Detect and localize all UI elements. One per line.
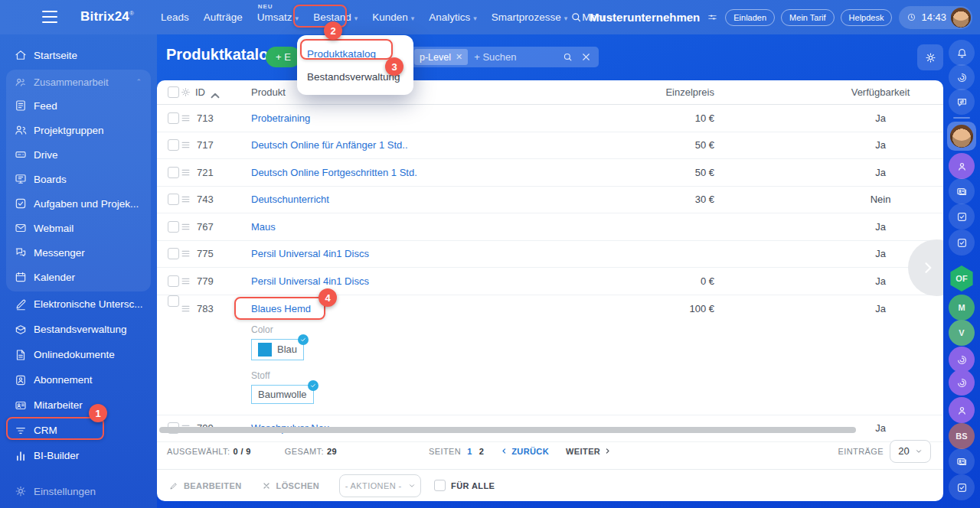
next-page-button[interactable]: WEITER xyxy=(566,447,611,456)
column-id[interactable]: ID xyxy=(195,86,241,98)
product-link[interactable]: Blaues Hemd xyxy=(251,303,311,314)
entries-select[interactable]: 20 xyxy=(890,440,931,463)
sidebar-item-feed[interactable]: Feed xyxy=(6,93,151,118)
row-checkbox[interactable] xyxy=(168,167,179,178)
sidebar-item-kalender[interactable]: Kalender xyxy=(6,265,151,289)
filter-chip[interactable]: p-Level ✕ xyxy=(414,49,468,65)
row-checkbox[interactable] xyxy=(168,248,179,259)
pill-mein-tarif[interactable]: Mein Tarif xyxy=(781,9,834,26)
sidebar-item-mitarbeiter[interactable]: Mitarbeiter xyxy=(0,392,157,418)
row-drag-handle-icon[interactable] xyxy=(180,295,195,314)
strip-copilot-icon[interactable] xyxy=(949,370,975,396)
clear-search-icon[interactable] xyxy=(580,51,592,63)
column-settings-gear-icon[interactable] xyxy=(180,86,195,98)
property-chip[interactable]: Blau xyxy=(251,339,304,360)
sidebar-item-projektgruppen[interactable]: Projektgruppen xyxy=(6,118,151,142)
row-checkbox[interactable] xyxy=(168,139,179,151)
product-link[interactable]: Persil Universal 4in1 Discs xyxy=(251,248,369,259)
product-link[interactable]: Maus xyxy=(251,221,276,233)
worktime-widget[interactable]: 14:43 xyxy=(899,6,972,29)
company-settings-icon[interactable] xyxy=(707,11,718,23)
topbar-tab-umsatz[interactable]: NEUUmsatz▾ xyxy=(257,11,299,23)
select-all-checkbox[interactable] xyxy=(168,86,179,98)
row-drag-handle-icon[interactable] xyxy=(180,275,195,287)
sidebar-item-drive[interactable]: Drive xyxy=(6,142,151,167)
sidebar-group-header[interactable]: Zusammenarbeit ⌃ xyxy=(6,70,151,93)
for-all-toggle[interactable]: FÜR ALLE xyxy=(434,480,495,491)
strip-chatarrows-icon[interactable] xyxy=(949,89,975,115)
search-icon[interactable] xyxy=(570,11,583,24)
product-link[interactable]: Deutschunterricht xyxy=(251,194,329,205)
strip-task-icon[interactable] xyxy=(949,204,975,230)
product-link[interactable]: Deutsch Online Fortgeschritten 1 Std. xyxy=(251,167,417,178)
property-chip[interactable]: Baumwolle xyxy=(251,385,314,404)
sidebar-item-messenger[interactable]: Messenger xyxy=(6,240,151,265)
row-drag-handle-icon[interactable] xyxy=(180,167,195,178)
strip-user-avatar[interactable] xyxy=(947,122,976,151)
strip-person-icon[interactable] xyxy=(949,153,975,179)
row-drag-handle-icon[interactable] xyxy=(180,248,195,259)
topbar-tab-analytics[interactable]: Analytics▾ xyxy=(429,11,477,23)
pill-helpdesk[interactable]: Helpdesk xyxy=(841,9,893,26)
strip-task-icon[interactable] xyxy=(949,230,975,256)
hamburger-menu-icon[interactable] xyxy=(42,11,57,23)
row-drag-handle-icon[interactable] xyxy=(180,112,195,124)
row-checkbox[interactable] xyxy=(168,295,179,307)
user-avatar[interactable] xyxy=(951,8,971,28)
strip-copilot-icon[interactable] xyxy=(949,64,975,90)
sidebar-item-webmail[interactable]: Webmail xyxy=(6,216,151,240)
strip-task-icon[interactable] xyxy=(949,474,975,500)
chip-remove-icon[interactable]: ✕ xyxy=(456,52,462,62)
pill-einladen[interactable]: Einladen xyxy=(725,9,775,26)
grid-settings-button[interactable] xyxy=(917,44,943,70)
sidebar-item-einstellungen[interactable]: Einstellungen xyxy=(0,479,157,503)
sidebar-item-elektronische-untersc-[interactable]: Elektronische Untersc... xyxy=(0,291,157,317)
strip-card-icon[interactable] xyxy=(949,178,975,204)
prev-page-button[interactable]: ZURÜCK xyxy=(501,447,549,456)
sidebar-item-crm[interactable]: CRM xyxy=(0,418,157,443)
row-checkbox[interactable] xyxy=(168,221,179,233)
slide-panel-handle[interactable] xyxy=(908,239,943,296)
magnifier-icon[interactable] xyxy=(562,51,573,63)
row-drag-handle-icon[interactable] xyxy=(180,194,195,205)
sidebar-item-aufgaben-und-projek-[interactable]: Aufgaben und Projek... xyxy=(6,191,151,216)
strip-chat-badge-bs[interactable]: BS xyxy=(949,423,975,449)
row-checkbox[interactable] xyxy=(168,275,179,287)
sidebar-item-boards[interactable]: Boards xyxy=(6,167,151,191)
company-name[interactable]: Musterunternehmen xyxy=(590,11,700,24)
delete-button[interactable]: LÖSCHEN xyxy=(262,481,320,490)
row-drag-handle-icon[interactable] xyxy=(180,221,195,233)
strip-bell-icon[interactable] xyxy=(949,40,975,66)
topbar-tab-kunden[interactable]: Kunden▾ xyxy=(372,11,414,23)
sidebar-item-onlinedokumente[interactable]: Onlinedokumente xyxy=(0,342,157,367)
topbar-tab-leads[interactable]: Leads xyxy=(161,11,189,23)
sidebar-item-bi-builder[interactable]: BI-Builder xyxy=(0,443,157,468)
product-link[interactable]: Deutsch Online für Anfänger 1 Std.. xyxy=(251,139,408,151)
product-link[interactable]: Probetraining xyxy=(251,112,310,124)
row-checkbox[interactable] xyxy=(168,194,179,205)
strip-chat-badge-v[interactable]: V xyxy=(949,320,975,346)
page-number-2[interactable]: 2 xyxy=(479,447,485,456)
column-price[interactable]: Einzelpreis xyxy=(616,86,714,98)
row-drag-handle-icon[interactable] xyxy=(180,139,195,151)
topbar-tab-auftr-ge[interactable]: Aufträge xyxy=(204,11,243,23)
for-all-checkbox[interactable] xyxy=(434,480,446,491)
product-link[interactable]: Persil Universal 4in1 Discs xyxy=(251,275,369,287)
edit-button[interactable]: BEARBEITEN xyxy=(169,481,242,490)
topbar-tab-smartprozesse[interactable]: Smartprozesse▾ xyxy=(492,11,567,23)
column-availability[interactable]: Verfügbarkeit xyxy=(818,86,943,98)
actions-dropdown[interactable]: - AKTIONEN - xyxy=(339,474,421,497)
page-number-1[interactable]: 1 xyxy=(467,447,472,456)
strip-chat-badge-m[interactable]: M xyxy=(949,295,975,321)
scrollbar-thumb[interactable] xyxy=(159,427,856,433)
sidebar-item-startseite[interactable]: Startseite xyxy=(0,44,157,67)
create-button[interactable]: + E xyxy=(266,47,301,67)
sidebar-item-abonnement[interactable]: Abonnement xyxy=(0,367,157,392)
row-checkbox[interactable] xyxy=(168,112,179,124)
strip-card-icon[interactable] xyxy=(949,448,975,474)
strip-chat-badge-of[interactable]: OF xyxy=(949,265,975,291)
strip-copilot-icon[interactable] xyxy=(949,347,975,373)
sidebar-item-bestandsverwaltung[interactable]: Bestandsverwaltung xyxy=(0,317,157,342)
app-logo[interactable]: Bitrix24® xyxy=(80,9,134,24)
strip-person-icon[interactable] xyxy=(949,397,975,423)
